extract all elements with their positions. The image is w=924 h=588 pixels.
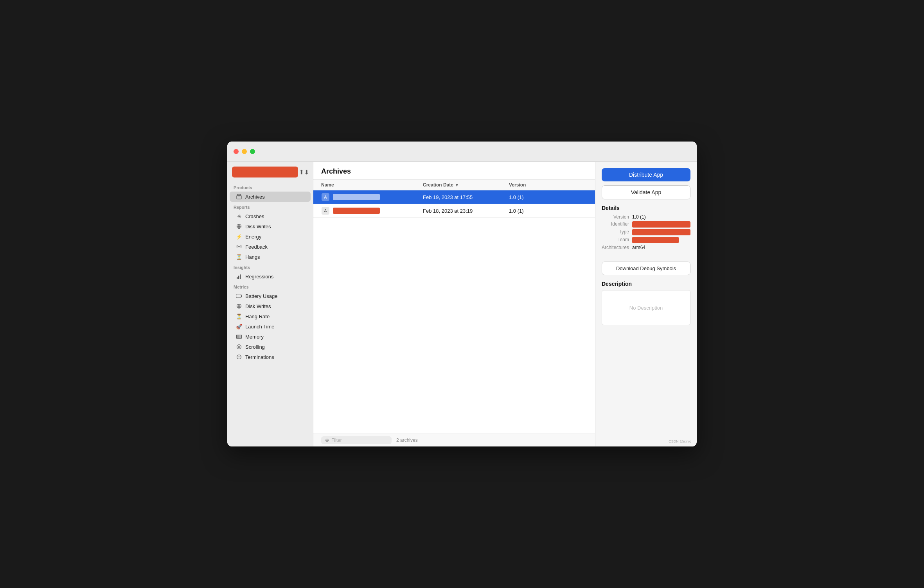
table-header: Name Creation Date ▼ Version [313,180,595,190]
regressions-label: Regressions [245,274,273,280]
filter-icon: ⊕ [325,437,329,443]
battery-usage-icon [236,293,242,299]
terminations-label: Terminations [245,354,274,360]
hang-rate-label: Hang Rate [245,314,270,319]
app-selector-chevron-icon[interactable]: ⬆⬇ [300,168,308,176]
hangs-label: Hangs [245,254,260,260]
svg-rect-10 [236,294,241,298]
crashes-icon: ✳ [236,213,242,219]
svg-rect-6 [237,245,241,248]
details-grid: Version 1.0 (1) Identifier Type Team Arc… [602,214,690,250]
sidebar-item-hangs[interactable]: ⏳ Hangs [230,252,311,262]
app-selector-bar [232,167,298,177]
version-label: Version [602,214,629,220]
energy-icon: ⚡ [236,233,242,240]
sidebar-item-terminations[interactable]: Terminations [230,352,311,362]
sidebar-item-scrolling[interactable]: Scrolling [230,342,311,352]
metrics-disk-icon [236,303,242,309]
sidebar-item-archives[interactable]: Archives [230,192,311,202]
products-section-label: Products [227,182,313,192]
sidebar-item-hang-rate[interactable]: ⏳ Hang Rate [230,311,311,321]
feedback-label: Feedback [245,244,268,250]
table-body: A Feb 19, 2023 at 17:55 1.0 (1) A [313,190,595,434]
row-name-redacted-2 [333,208,380,214]
svg-rect-8 [238,276,239,279]
disk-writes-label: Disk Writes [245,224,271,229]
type-value-redacted [632,229,690,235]
svg-rect-7 [237,277,238,279]
titlebar [227,142,697,162]
col-header-name: Name [321,182,423,188]
version-value: 1.0 (1) [632,214,690,220]
divider [602,256,690,256]
col-header-version: Version [509,182,587,188]
svg-point-21 [237,345,241,349]
memory-label: Memory [245,334,264,340]
main-header: Archives [313,162,595,180]
svg-rect-9 [240,274,241,279]
crashes-label: Crashes [245,213,264,219]
regressions-icon [236,273,242,280]
hang-rate-icon: ⏳ [236,313,242,319]
filter-input-area[interactable]: ⊕ Filter [321,436,392,444]
table-row[interactable]: A Feb 18, 2023 at 23:19 1.0 (1) [313,204,595,218]
table-footer: ⊕ Filter 2 archives [313,434,595,446]
app-selector[interactable]: ⬆⬇ [232,167,308,177]
metrics-section-label: Metrics [227,281,313,291]
launch-time-label: Launch Time [245,324,274,330]
scrolling-icon [236,344,242,350]
sidebar-item-metrics-disk-writes[interactable]: Disk Writes [230,301,311,311]
sidebar-item-launch-time[interactable]: 🚀 Launch Time [230,321,311,332]
col-header-date[interactable]: Creation Date ▼ [423,182,509,188]
row-version-cell-1: 1.0 (1) [509,194,587,200]
row-name-cell: A [321,193,423,201]
archives-label: Archives [245,194,265,200]
reports-section-label: Reports [227,202,313,211]
table-row[interactable]: A Feb 19, 2023 at 17:55 1.0 (1) [313,190,595,204]
sidebar-item-crashes[interactable]: ✳ Crashes [230,211,311,221]
architectures-value: arm64 [632,245,690,250]
maximize-button[interactable] [250,149,255,154]
download-debug-symbols-button[interactable]: Download Debug Symbols [602,262,690,275]
row-date-cell-2: Feb 18, 2023 at 23:19 [423,208,509,214]
validate-app-button[interactable]: Validate App [602,185,690,199]
sidebar-item-memory[interactable]: Memory [230,332,311,342]
archive-file-icon: A [322,207,329,215]
sidebar-item-feedback[interactable]: Feedback [230,242,311,252]
scrolling-label: Scrolling [245,344,265,350]
svg-rect-0 [237,195,241,199]
row-date-cell-1: Feb 19, 2023 at 17:55 [423,194,509,200]
traffic-lights [234,149,255,154]
metrics-disk-writes-label: Disk Writes [245,303,271,309]
row-version-cell-2: 1.0 (1) [509,208,587,214]
identifier-label: Identifier [602,221,629,228]
energy-label: Energy [245,234,261,240]
sidebar-item-battery-usage[interactable]: Battery Usage [230,291,311,301]
memory-icon [236,333,242,340]
archive-row-icon: A [321,206,330,215]
disk-writes-icon [236,223,242,229]
sidebar-item-regressions[interactable]: Regressions [230,271,311,281]
feedback-icon [236,244,242,250]
svg-point-22 [238,346,240,348]
close-button[interactable] [234,149,239,154]
main-area: Archives Name Creation Date ▼ Version A [313,162,595,446]
details-section: Details Version 1.0 (1) Identifier Type … [602,205,690,250]
architectures-label: Architectures [602,245,629,250]
description-box[interactable]: No Description [602,290,690,325]
details-title: Details [602,205,690,211]
right-panel: Distribute App Validate App Details Vers… [595,162,697,446]
sidebar-item-energy[interactable]: ⚡ Energy [230,231,311,242]
sidebar-item-disk-writes[interactable]: Disk Writes [230,221,311,231]
row-name-redacted-1 [333,194,380,200]
minimize-button[interactable] [242,149,247,154]
no-description-text: No Description [629,305,663,311]
team-label: Team [602,237,629,243]
terminations-icon [236,354,242,360]
insights-section-label: Insights [227,262,313,271]
launch-time-icon: 🚀 [236,323,242,330]
archives-icon [236,194,242,200]
battery-usage-label: Battery Usage [245,293,277,299]
distribute-app-button[interactable]: Distribute App [602,168,690,181]
page-title: Archives [321,167,351,175]
